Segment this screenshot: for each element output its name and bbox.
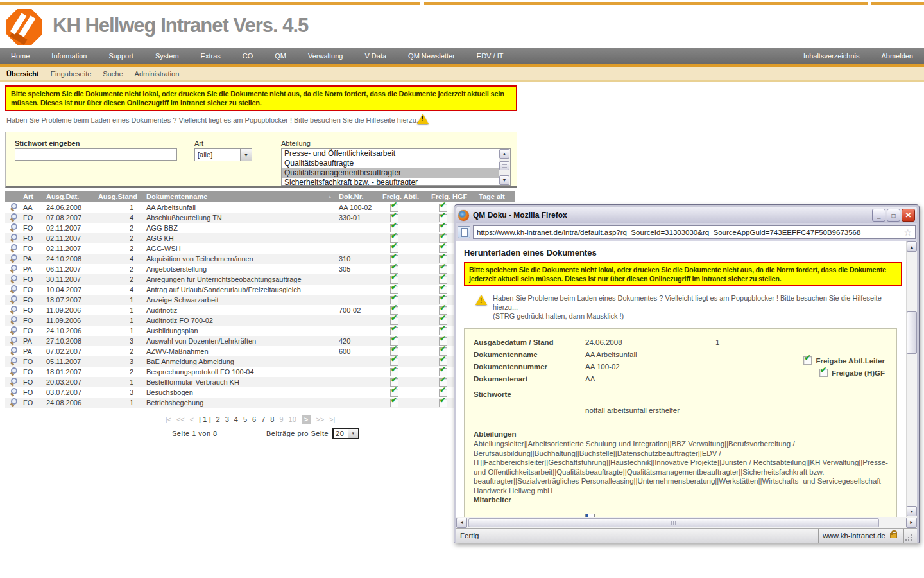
magnifier-icon[interactable]: [10, 254, 18, 262]
subnav-item-übersicht[interactable]: Übersicht: [0, 70, 45, 78]
scrollbar-thumb[interactable]: [468, 518, 879, 527]
magnifier-icon[interactable]: [10, 203, 18, 211]
cell-detail[interactable]: [5, 398, 19, 408]
window-titlebar[interactable]: QM Doku - Mozilla Firefox _ □ ✕: [456, 207, 917, 223]
magnifier-icon[interactable]: [10, 234, 18, 241]
scroll-down-icon[interactable]: ▼: [907, 506, 917, 516]
cell-detail[interactable]: [5, 387, 19, 398]
column-header-dok-nr[interactable]: Dok.Nr.: [335, 191, 379, 202]
maximize-button[interactable]: □: [887, 209, 900, 222]
nav-item-extras[interactable]: Extras: [190, 52, 232, 60]
table-row[interactable]: FO24.10.20061Ausbildungsplan✔✔: [5, 326, 515, 336]
table-row[interactable]: PA24.10.20084Akquisition von Teilnehmern…: [5, 254, 515, 264]
pager-item[interactable]: 3: [225, 416, 229, 423]
nav-item-qm[interactable]: QM: [264, 52, 297, 60]
column-header-ausg-dat[interactable]: Ausg.Dat.: [42, 191, 94, 202]
url-field[interactable]: https://www.kh-intranet.de/intra/default…: [473, 225, 916, 239]
magnifier-icon[interactable]: [10, 378, 18, 385]
table-row[interactable]: FO02.11.20072AGG KH✔✔: [5, 233, 515, 243]
subnav-item-eingabeseite[interactable]: Eingabeseite: [45, 70, 98, 78]
scroll-up-icon[interactable]: ▲: [499, 149, 509, 159]
magnifier-icon[interactable]: [10, 367, 18, 375]
table-row[interactable]: FO20.03.20071Bestellformular Verbrauch K…: [5, 377, 515, 387]
column-header-tage-alt[interactable]: Tage alt: [475, 191, 515, 202]
table-row[interactable]: FO11.09.20061Auditnotiz FO 700-02✔✔: [5, 315, 515, 326]
magnifier-icon[interactable]: [10, 265, 18, 272]
nav-item-abmelden[interactable]: Abmelden: [870, 52, 924, 60]
nav-item-edv-it[interactable]: EDV / IT: [466, 52, 515, 60]
per-page-select[interactable]: 20 ▼: [332, 428, 359, 439]
cell-detail[interactable]: [5, 377, 19, 387]
nav-item-home[interactable]: Home: [0, 52, 40, 60]
pager-item[interactable]: [ 1 ]: [199, 416, 210, 423]
vertical-scrollbar[interactable]: ▲ ▼: [906, 241, 917, 517]
nav-item-system[interactable]: System: [144, 52, 190, 60]
cell-detail[interactable]: [5, 336, 19, 346]
abteilung-scrollbar[interactable]: ▲ ▼: [499, 149, 510, 185]
cell-detail[interactable]: [5, 254, 19, 264]
scroll-right-icon[interactable]: ►: [906, 518, 917, 528]
table-row[interactable]: FO11.09.20061Auditnotiz700-02✔✔: [5, 305, 515, 315]
column-header-ausg-stand[interactable]: Ausg.Stand: [94, 191, 142, 202]
magnifier-icon[interactable]: [10, 357, 18, 365]
cell-detail[interactable]: [5, 295, 19, 305]
magnifier-icon[interactable]: [10, 275, 18, 283]
column-header-art[interactable]: Art: [19, 191, 42, 202]
nav-item-verwaltung[interactable]: Verwaltung: [297, 52, 354, 60]
cell-detail[interactable]: [5, 243, 19, 254]
table-row[interactable]: PA07.02.20072AZWV-Maßnahmen600✔✔: [5, 346, 515, 356]
table-row[interactable]: FO18.07.20071Anzeige Schwarzarbeit✔✔: [5, 295, 515, 305]
table-row[interactable]: FO30.11.20072Anregungen für Unterrichtsb…: [5, 274, 515, 285]
column-header-freig-hgf[interactable]: Freig. HGF: [427, 191, 475, 202]
magnifier-icon[interactable]: [10, 223, 18, 231]
magnifier-icon[interactable]: [10, 285, 18, 293]
table-row[interactable]: PA06.11.20072Angebotserstellung305✔✔: [5, 264, 515, 274]
table-row[interactable]: PA27.10.20083Auswahl von Dozenten/Lehrkr…: [5, 336, 515, 346]
pager-item[interactable]: 4: [234, 416, 238, 423]
pager-item[interactable]: 2: [216, 416, 220, 423]
cell-detail[interactable]: [5, 202, 19, 213]
pager-item[interactable]: 8: [270, 416, 274, 423]
magnifier-icon[interactable]: [10, 316, 18, 324]
nav-item-co[interactable]: CO: [232, 52, 264, 60]
minimize-button[interactable]: _: [872, 209, 886, 222]
cell-detail[interactable]: [5, 326, 19, 336]
nav-item-v-data[interactable]: V-Data: [354, 52, 397, 60]
nav-item-inhaltsverzeichnis[interactable]: Inhaltsverzeichnis: [792, 52, 870, 60]
magnifier-icon[interactable]: [10, 388, 18, 396]
pager-item[interactable]: 7: [261, 416, 265, 423]
pager-item[interactable]: 6: [252, 416, 256, 423]
scrollbar-thumb[interactable]: [499, 161, 509, 170]
keyword-input[interactable]: [15, 148, 177, 161]
abteilung-option[interactable]: Qualitätsbeauftragte: [282, 159, 499, 168]
magnifier-icon[interactable]: [10, 337, 18, 344]
column-header-freig-abtl[interactable]: Freig. Abtl.: [379, 191, 427, 202]
close-button[interactable]: ✕: [902, 209, 915, 222]
magnifier-icon[interactable]: [10, 295, 18, 303]
magnifier-icon[interactable]: [10, 213, 18, 221]
magnifier-icon[interactable]: [10, 347, 18, 355]
abteilung-option[interactable]: Sicherheitsfachkraft bzw. - beauftragter: [282, 178, 499, 185]
abteilung-option[interactable]: Presse- und Öffentlichkeitsarbeit: [282, 149, 499, 159]
table-row[interactable]: FO03.07.20073Besuchsbogen✔✔: [5, 387, 515, 398]
table-row[interactable]: FO18.01.20072Besprechungsprotokoll FO 10…: [5, 367, 515, 377]
cell-detail[interactable]: [5, 356, 19, 367]
cell-detail[interactable]: [5, 285, 19, 295]
abteilung-option[interactable]: Qualitätsmanagementbeauftragter: [282, 168, 499, 178]
table-row[interactable]: FO02.11.20072AGG-WSH✔✔: [5, 243, 515, 254]
table-row[interactable]: FO05.11.20073BaE Anmeldung Abmeldung✔✔: [5, 356, 515, 367]
pager-item[interactable]: >: [302, 415, 311, 424]
nav-item-information[interactable]: Information: [40, 52, 98, 60]
horizontal-scrollbar[interactable]: ◄ ►: [456, 517, 917, 528]
table-row[interactable]: FO10.04.20074Antrag auf Urlaub/Sonderurl…: [5, 285, 515, 295]
table-row[interactable]: FO02.11.20072AGG BBZ✔✔: [5, 223, 515, 233]
art-select[interactable]: [alle] ▼: [194, 148, 252, 161]
chevron-down-icon[interactable]: ▼: [348, 429, 358, 438]
table-row[interactable]: FO07.08.20074Abschlußbeurteilung TN330-0…: [5, 213, 515, 223]
cell-detail[interactable]: [5, 233, 19, 243]
subnav-item-administration[interactable]: Administration: [129, 70, 185, 78]
cell-detail[interactable]: [5, 346, 19, 356]
cell-detail[interactable]: [5, 264, 19, 274]
resize-grip[interactable]: [903, 529, 913, 543]
cell-detail[interactable]: [5, 223, 19, 233]
